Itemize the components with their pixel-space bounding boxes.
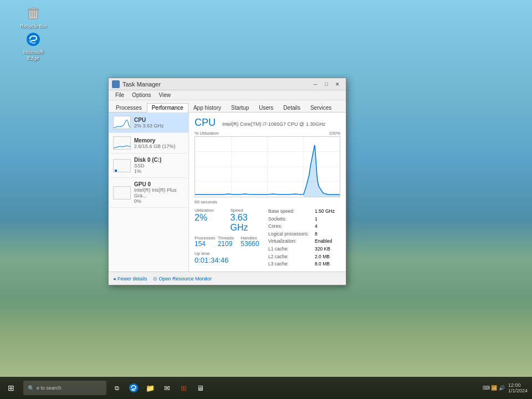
tab-app-history[interactable]: App history — [188, 103, 226, 112]
graph-time-label: 60 seconds — [195, 200, 340, 204]
edge-icon[interactable]: MicrosoftEdge — [17, 30, 50, 62]
search-icon: 🔍 — [28, 385, 34, 391]
fewer-details-link[interactable]: ◂ Fewer details — [113, 276, 147, 282]
virtualization-key: Virtualization: — [268, 238, 313, 245]
close-button[interactable]: ✕ — [332, 80, 342, 88]
svg-rect-2 — [31, 8, 35, 9]
cpu-detail-panel: CPU Intel(R) Core(TM) i7-1065G7 CPU @ 1.… — [189, 112, 346, 272]
tab-services[interactable]: Services — [305, 103, 336, 112]
cpu-detail-subtitle: Intel(R) Core(TM) i7-1065G7 CPU @ 1.30GH… — [222, 121, 325, 127]
performance-list: CPU 2% 3.63 GHz Memory 2.6/15.6 GB ( — [109, 112, 189, 272]
minimize-button[interactable]: ─ — [310, 80, 320, 88]
tab-processes[interactable]: Processes — [111, 103, 147, 112]
l3-key: L3 cache: — [268, 260, 313, 268]
cpu-detail-title: CPU — [195, 117, 216, 129]
uptime-value: 0:01:34:46 — [195, 256, 262, 264]
cores-key: Cores: — [268, 223, 313, 231]
explorer-taskbar-icon[interactable]: 📁 — [143, 381, 157, 395]
memory-name: Memory — [134, 137, 184, 144]
task-manager-window: Task Manager ─ □ ✕ File Options View Pro… — [108, 78, 346, 285]
window-title: Task Manager — [122, 81, 310, 88]
menu-options[interactable]: Options — [129, 91, 154, 99]
tab-users[interactable]: Users — [254, 103, 278, 112]
taskbar: ⊞ 🔍 e to search ⧉ 📁 ✉ ⊞ 🖥 ⌨ 📶 🔊 12:001/1… — [0, 377, 532, 399]
search-text: e to search — [37, 385, 62, 391]
cpu-sub: 2% 3.63 GHz — [134, 123, 184, 129]
start-button[interactable]: ⊞ — [0, 377, 22, 399]
cpu-info-table: Base speed: 1.50 GHz Sockets: 1 Cores: 4 — [268, 208, 340, 268]
gpu-name: GPU 0 — [134, 181, 184, 187]
memory-info: Memory 2.6/15.6 GB (17%) — [134, 137, 184, 149]
office-taskbar-icon[interactable]: ⊞ — [176, 381, 191, 395]
perf-item-gpu[interactable]: GPU 0 Intel(R) Iris(R) Plus Gra...0% — [109, 178, 188, 208]
open-resource-monitor-link[interactable]: ⊙ Open Resource Monitor — [153, 276, 212, 282]
tab-details[interactable]: Details — [278, 103, 305, 112]
edge-label: MicrosoftEdge — [23, 49, 44, 62]
main-stats: Utilization 2% Speed 3.63 GHz — [195, 208, 262, 232]
task-view-button[interactable]: ⧉ — [110, 381, 124, 395]
menu-view[interactable]: View — [156, 91, 175, 99]
recycle-bin-icon[interactable]: Recycle Bin — [17, 4, 50, 29]
handles-block: Handles 53660 — [241, 236, 262, 248]
open-resource-label: Open Resource Monitor — [159, 276, 212, 282]
speed-label: Speed — [231, 208, 262, 213]
cpu-graph — [195, 136, 340, 197]
speed-block: Speed 3.63 GHz — [231, 208, 262, 232]
fewer-details-label: Fewer details — [117, 276, 147, 282]
cores-val: 4 — [315, 223, 318, 231]
tab-startup[interactable]: Startup — [226, 103, 254, 112]
cpu-detail-header: CPU Intel(R) Core(TM) i7-1065G7 CPU @ 1.… — [195, 117, 340, 129]
perf-item-cpu[interactable]: CPU 2% 3.63 GHz — [109, 112, 188, 133]
maximize-button[interactable]: □ — [321, 80, 331, 88]
svg-point-6 — [27, 33, 40, 46]
processes-block: Processes 154 — [195, 236, 216, 248]
processes-value: 154 — [195, 241, 216, 248]
uptime-label: Up time — [195, 251, 262, 256]
menu-bar: File Options View — [109, 90, 346, 100]
system-tray: ⌨ 📶 🔊 — [483, 385, 505, 391]
sockets-val: 1 — [315, 216, 318, 223]
perf-item-disk[interactable]: Disk 0 (C:) SSD 1% — [109, 154, 188, 178]
edge-taskbar-icon[interactable] — [126, 381, 141, 395]
threads-value: 2109 — [218, 241, 239, 248]
l3-row: L3 cache: 8.0 MB — [268, 260, 340, 268]
l2-key: L2 cache: — [268, 253, 313, 261]
virtualization-val: Enabled — [315, 238, 332, 245]
memory-sub: 2.6/15.6 GB (17%) — [134, 144, 184, 149]
task-manager-app-icon — [112, 80, 120, 88]
sockets-key: Sockets: — [268, 216, 313, 223]
arrow-icon: ◂ — [113, 276, 116, 282]
logical-key: Logical processors: — [268, 231, 313, 238]
svg-rect-7 — [114, 137, 131, 150]
utilization-label: Utilization — [195, 208, 226, 213]
util-max: 100% — [329, 131, 340, 136]
search-bar[interactable]: 🔍 e to search — [23, 381, 106, 395]
l1-row: L1 cache: 320 KB — [268, 245, 340, 253]
footer: ◂ Fewer details ⊙ Open Resource Monitor — [109, 272, 346, 285]
gpu-thumb — [113, 186, 131, 200]
taskbar-right: ⌨ 📶 🔊 12:001/1/2024 — [483, 382, 532, 393]
virtualization-row: Virtualization: Enabled — [268, 238, 340, 245]
disk-thumb — [113, 159, 131, 172]
threads-block: Threads 2109 — [218, 236, 239, 248]
disk-sub: SSD 1% — [134, 163, 184, 174]
tab-performance[interactable]: Performance — [147, 103, 188, 112]
logical-row: Logical processors: 8 — [268, 231, 340, 238]
desktop: Recycle Bin MicrosoftEdge Task Manager ─… — [0, 0, 532, 399]
memory-thumb — [113, 136, 131, 150]
terminal-taskbar-icon[interactable]: 🖥 — [193, 381, 207, 395]
perf-item-memory[interactable]: Memory 2.6/15.6 GB (17%) — [109, 133, 188, 154]
cpu-name: CPU — [134, 117, 184, 123]
window-controls: ─ □ ✕ — [310, 80, 342, 88]
left-stats: Utilization 2% Speed 3.63 GHz Proces — [195, 208, 262, 268]
mail-taskbar-icon[interactable]: ✉ — [160, 381, 174, 395]
base-speed-val: 1.50 GHz — [315, 208, 335, 216]
svg-rect-9 — [115, 170, 117, 172]
menu-file[interactable]: File — [112, 91, 127, 99]
l1-val: 320 KB — [315, 245, 330, 253]
disk-name: Disk 0 (C:) — [134, 157, 184, 163]
cpu-thumb — [113, 116, 131, 129]
l1-key: L1 cache: — [268, 245, 313, 253]
recycle-bin-label: Recycle Bin — [20, 23, 47, 29]
tab-bar: Processes Performance App history Startu… — [109, 100, 346, 112]
